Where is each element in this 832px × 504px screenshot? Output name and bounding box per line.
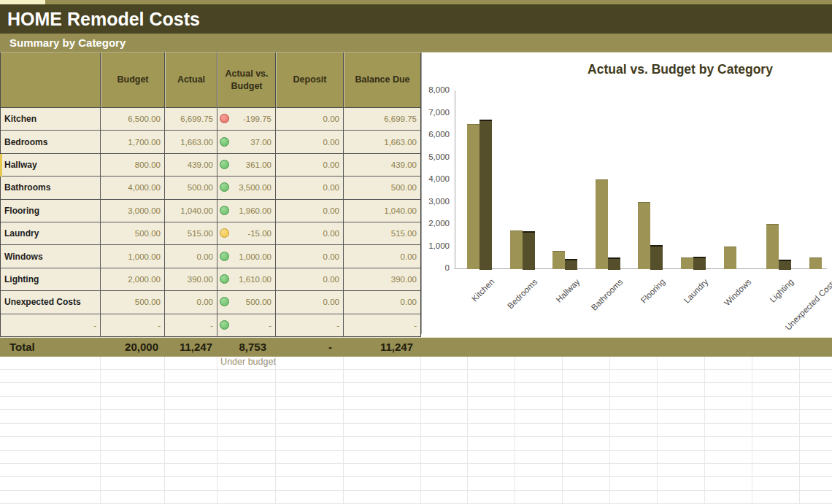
bar-budget-bedrooms[interactable] (510, 230, 523, 269)
row-balance-due[interactable]: 1,663.00 (344, 131, 421, 153)
y-tick-label: 3,000 (422, 197, 450, 206)
summary-table[interactable]: Budget Actual Actual vs. Budget Deposit … (0, 53, 421, 337)
row-deposit[interactable]: 0.00 (276, 291, 344, 314)
total-budget[interactable]: 20,000 (100, 338, 158, 357)
row-budget[interactable]: - (101, 314, 165, 337)
bar-actual-hallway[interactable] (565, 259, 577, 270)
column-header-deposit[interactable]: Deposit (276, 53, 344, 108)
row-actual[interactable]: 0.00 (165, 245, 217, 268)
row-category[interactable]: Flooring (1, 200, 101, 222)
under-budget-note: Under budget (212, 357, 285, 368)
row-actual[interactable]: 439.00 (165, 154, 217, 177)
row-category[interactable]: Bedrooms (1, 131, 101, 153)
row-budget[interactable]: 500.00 (101, 222, 165, 245)
total-actual-vs-budget[interactable]: 8,753 (217, 338, 266, 357)
column-header-actual-vs-budget[interactable]: Actual vs. Budget (217, 53, 276, 108)
bar-actual-kitchen[interactable] (479, 120, 492, 270)
actual-vs-budget-chart[interactable]: Actual vs. Budget by Category 01,0002,00… (421, 53, 832, 334)
row-actual[interactable]: - (165, 314, 217, 337)
row-category[interactable]: Hallway (1, 154, 101, 177)
row-balance-due[interactable]: - (344, 314, 421, 337)
row-balance-due[interactable]: 0.00 (344, 245, 421, 268)
row-actual-vs-budget[interactable]: - (217, 314, 276, 337)
bar-budget-kitchen[interactable] (467, 124, 479, 269)
row-budget[interactable]: 1,700.00 (101, 131, 165, 153)
column-header-category[interactable] (1, 53, 101, 108)
row-deposit[interactable]: 0.00 (276, 108, 344, 131)
row-deposit[interactable]: 0.00 (276, 268, 344, 291)
bar-budget-unexpected-costs[interactable] (809, 257, 822, 269)
row-deposit[interactable]: 0.00 (276, 222, 344, 245)
row-actual[interactable]: 6,699.75 (165, 108, 217, 131)
row-actual[interactable]: 1,663.00 (165, 131, 217, 153)
row-deposit[interactable]: 0.00 (276, 177, 344, 199)
row-deposit[interactable]: 0.00 (276, 200, 344, 222)
row-budget[interactable]: 3,000.00 (101, 200, 165, 222)
row-actual-vs-budget[interactable]: 1,960.00 (217, 200, 276, 222)
bar-budget-windows[interactable] (724, 247, 736, 270)
column-header-balance-due[interactable]: Balance Due (344, 53, 421, 108)
row-deposit[interactable]: 0.00 (276, 154, 344, 177)
row-actual-vs-budget[interactable]: 1,610.00 (217, 268, 276, 291)
bar-actual-flooring[interactable] (650, 245, 663, 270)
row-budget[interactable]: 6,500.00 (101, 108, 165, 131)
selected-row-indicator (0, 154, 2, 177)
section-title[interactable]: Summary by Category (0, 34, 832, 53)
row-balance-due[interactable]: 390.00 (344, 268, 421, 291)
total-row[interactable]: Total 20,000 11,247 8,753 - 11,247 (0, 337, 832, 357)
row-actual[interactable]: 515.00 (165, 222, 217, 245)
row-category[interactable]: Unexpected Costs (1, 291, 101, 314)
row-balance-due[interactable]: 1,040.00 (344, 200, 421, 222)
row-actual-vs-budget[interactable]: 361.00 (217, 154, 276, 177)
bar-budget-lighting[interactable] (766, 224, 779, 269)
column-header-actual[interactable]: Actual (165, 53, 217, 108)
row-budget[interactable]: 1,000.00 (101, 245, 165, 268)
row-actual[interactable]: 1,040.00 (165, 200, 217, 222)
total-deposit[interactable]: - (275, 338, 332, 357)
row-budget[interactable]: 2,000.00 (101, 268, 165, 291)
page-title[interactable]: HOME Remodel Costs (0, 4, 832, 34)
bar-actual-bedrooms[interactable] (523, 231, 535, 270)
row-deposit[interactable]: - (276, 314, 344, 337)
row-balance-due[interactable]: 500.00 (344, 177, 421, 199)
row-budget[interactable]: 800.00 (101, 154, 165, 177)
total-actual[interactable]: 11,247 (164, 338, 212, 357)
y-tick-label: 7,000 (422, 108, 450, 117)
row-actual[interactable]: 0.00 (165, 291, 217, 314)
row-balance-due[interactable]: 6,699.75 (344, 108, 421, 131)
bar-budget-flooring[interactable] (638, 202, 650, 270)
row-category[interactable]: - (1, 314, 101, 337)
row-balance-due[interactable]: 439.00 (344, 154, 421, 177)
row-category[interactable]: Bathrooms (1, 177, 101, 199)
row-actual[interactable]: 500.00 (165, 177, 217, 199)
row-budget[interactable]: 4,000.00 (101, 177, 165, 199)
bar-actual-laundry[interactable] (693, 257, 706, 270)
status-green-icon (220, 137, 229, 147)
bar-budget-laundry[interactable] (681, 257, 693, 269)
row-category[interactable]: Windows (1, 245, 101, 268)
row-budget[interactable]: 500.00 (101, 291, 165, 314)
row-actual-vs-budget[interactable]: 37.00 (217, 131, 276, 153)
row-actual-vs-budget[interactable]: -15.00 (217, 222, 276, 245)
y-tick-label: 5,000 (422, 152, 450, 161)
row-category[interactable]: Laundry (1, 222, 101, 245)
bar-actual-lighting[interactable] (779, 260, 791, 270)
status-green-icon (220, 182, 229, 192)
total-balance-due[interactable]: 11,247 (343, 338, 413, 357)
row-actual-vs-budget[interactable]: 3,500.00 (217, 177, 276, 199)
column-header-budget[interactable]: Budget (101, 53, 165, 108)
y-tick-label: 8,000 (422, 85, 450, 94)
row-balance-due[interactable]: 0.00 (344, 291, 421, 314)
row-balance-due[interactable]: 515.00 (344, 222, 421, 245)
row-deposit[interactable]: 0.00 (276, 245, 344, 268)
row-actual[interactable]: 390.00 (165, 268, 217, 291)
bar-actual-bathrooms[interactable] (608, 257, 620, 270)
row-actual-vs-budget[interactable]: 500.00 (217, 291, 276, 314)
row-deposit[interactable]: 0.00 (276, 131, 344, 153)
row-category[interactable]: Lighting (1, 268, 101, 291)
row-actual-vs-budget[interactable]: -199.75 (217, 108, 276, 131)
row-actual-vs-budget[interactable]: 1,000.00 (217, 245, 276, 268)
row-category[interactable]: Kitchen (1, 108, 101, 131)
bar-budget-bathrooms[interactable] (596, 179, 608, 269)
bar-budget-hallway[interactable] (552, 251, 565, 269)
